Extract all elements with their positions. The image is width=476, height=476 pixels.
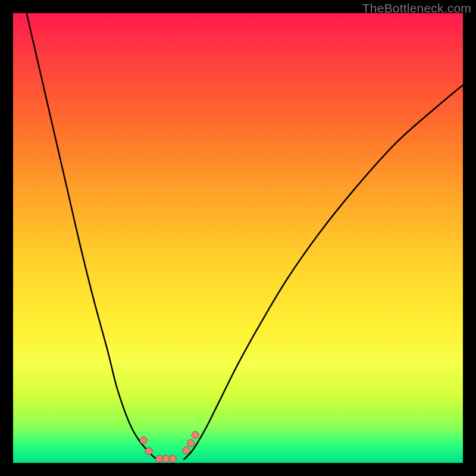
chart-overlay [13, 13, 463, 463]
marker-point [192, 431, 199, 439]
chart-container: TheBottleneck.com [0, 0, 476, 476]
marker-point [156, 455, 163, 462]
data-markers [140, 431, 199, 462]
marker-point [183, 447, 190, 454]
marker-point [169, 455, 176, 462]
marker-point [187, 440, 195, 447]
marker-point [140, 437, 147, 444]
curve-left [27, 13, 157, 459]
marker-point [145, 447, 152, 455]
curve-right [184, 85, 463, 459]
marker-point [162, 455, 170, 462]
watermark-text: TheBottleneck.com [362, 1, 471, 15]
